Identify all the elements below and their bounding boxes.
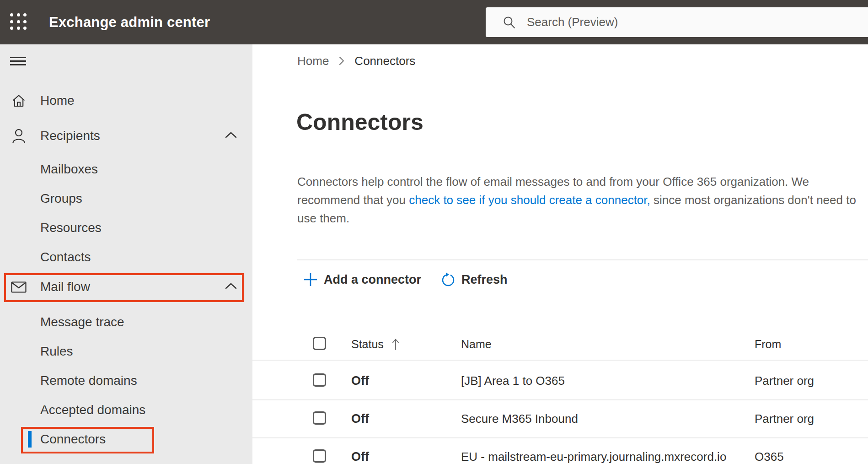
sort-ascending-icon [392,338,399,351]
hamburger-menu-icon[interactable] [10,57,27,66]
sidebar-item-recipients[interactable]: Recipients [0,117,252,155]
sidebar-item-label: Connectors [40,432,106,447]
sidebar-item-contacts[interactable]: Contacts [0,243,252,272]
sidebar: Home Recipients Mailboxes Groups Reso [0,44,252,464]
sidebar-item-connectors[interactable]: Connectors [0,425,252,454]
refresh-label: Refresh [461,273,508,287]
cell-name[interactable]: EU - mailstream-eu-primary.journaling.mx… [461,450,755,464]
sidebar-item-label: Groups [40,191,82,206]
toolbar-divider [297,259,868,260]
search-box[interactable] [486,7,868,37]
create-connector-link[interactable]: check to see if you should create a conn… [409,193,650,207]
app-title: Exchange admin center [49,0,210,44]
sidebar-item-resources[interactable]: Resources [0,213,252,243]
home-icon [11,94,27,107]
cell-name[interactable]: [JB] Area 1 to O365 [461,374,755,388]
sidebar-item-remote-domains[interactable]: Remote domains [0,366,252,395]
chevron-up-icon [225,283,237,291]
sidebar-item-label: Remote domains [40,373,137,388]
table-header: Status Name From [252,329,868,361]
sidebar-item-rules[interactable]: Rules [0,337,252,366]
selected-indicator [28,431,32,448]
table-row[interactable]: Off EU - mailstream-eu-primary.journalin… [252,438,868,464]
cell-from: Partner org [755,374,868,388]
sidebar-item-label: Rules [40,344,73,359]
row-checkbox[interactable] [313,449,326,463]
select-all-checkbox[interactable] [313,337,326,350]
table-row[interactable]: Off Secure M365 Inbound Partner org [252,400,868,438]
sidebar-item-label: Home [40,93,75,108]
column-header-name[interactable]: Name [461,338,755,351]
cell-status: Off [351,374,461,388]
main-content: Home Connectors Connectors Connectors he… [252,44,868,464]
breadcrumb-current: Connectors [354,54,415,68]
connectors-table: Off [JB] Area 1 to O365 Partner org Off … [252,362,868,464]
sidebar-item-home[interactable]: Home [0,84,252,117]
column-header-status[interactable]: Status [351,338,461,351]
chevron-up-icon [225,132,237,140]
sidebar-item-label: Mail flow [40,280,90,294]
sidebar-item-mail-flow[interactable]: Mail flow [0,272,252,302]
sidebar-nav: Home Recipients Mailboxes Groups Reso [0,84,252,454]
table-row[interactable]: Off [JB] Area 1 to O365 Partner org [252,362,868,400]
mail-icon [11,281,27,293]
sidebar-item-label: Recipients [40,129,100,143]
sidebar-item-groups[interactable]: Groups [0,184,252,213]
cell-status: Off [351,412,461,426]
sidebar-item-label: Contacts [40,250,91,264]
sidebar-item-label: Message trace [40,315,124,329]
breadcrumb-home-link[interactable]: Home [297,54,329,68]
chevron-right-icon [339,56,344,65]
sidebar-item-label: Mailboxes [40,162,98,177]
sidebar-item-label: Resources [40,221,102,235]
topbar: Exchange admin center [0,0,868,44]
toolbar: Add a connector Refresh [303,267,508,292]
sidebar-item-accepted-domains[interactable]: Accepted domains [0,395,252,425]
cell-status: Off [351,450,461,464]
search-input[interactable] [526,15,868,30]
app-launcher-icon[interactable] [9,12,28,32]
search-icon [502,16,516,29]
plus-icon [303,272,318,287]
add-connector-button[interactable]: Add a connector [303,272,421,287]
add-connector-label: Add a connector [324,273,421,287]
row-checkbox[interactable] [313,411,326,425]
column-header-from[interactable]: From [755,338,868,351]
sidebar-item-label: Accepted domains [40,403,145,417]
cell-name[interactable]: Secure M365 Inbound [461,412,755,426]
person-icon [11,129,27,143]
refresh-icon [440,272,456,287]
breadcrumb: Home Connectors [297,54,415,68]
sidebar-item-message-trace[interactable]: Message trace [0,308,252,337]
cell-from: O365 [755,450,868,464]
page-description: Connectors help control the flow of emai… [297,173,861,227]
row-checkbox[interactable] [313,373,326,387]
refresh-button[interactable]: Refresh [440,272,508,287]
sidebar-item-mailboxes[interactable]: Mailboxes [0,155,252,184]
page-title: Connectors [296,109,423,135]
cell-from: Partner org [755,412,868,426]
